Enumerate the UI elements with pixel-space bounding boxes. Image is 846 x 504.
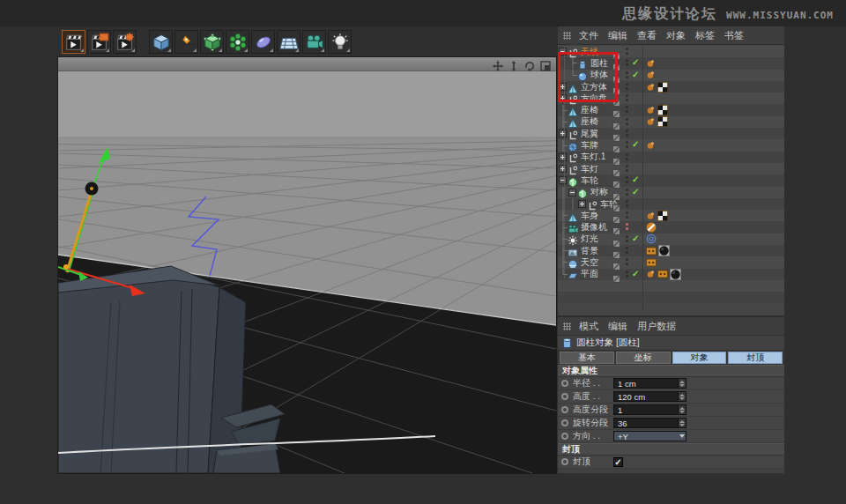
visibility-dots[interactable] bbox=[626, 211, 628, 219]
layer-toggle-icon[interactable] bbox=[612, 71, 620, 79]
animation-ring-icon[interactable] bbox=[561, 380, 568, 387]
stepper-arrows-icon[interactable] bbox=[678, 405, 686, 414]
object-row[interactable]: 座椅 bbox=[558, 116, 784, 128]
object-row[interactable]: 对称✓ bbox=[558, 187, 784, 198]
object-row[interactable]: 立方体 bbox=[558, 81, 784, 93]
layer-toggle-icon[interactable] bbox=[612, 165, 620, 173]
object-row[interactable]: 车牌✓ bbox=[558, 139, 784, 151]
visibility-dots[interactable] bbox=[626, 94, 628, 101]
viewport-toggle-view-icon[interactable] bbox=[540, 59, 551, 70]
object-row[interactable]: 背景 bbox=[558, 245, 784, 256]
enabled-check-icon[interactable]: ✓ bbox=[632, 139, 639, 149]
visibility-dots[interactable] bbox=[626, 189, 628, 196]
animation-ring-icon[interactable] bbox=[561, 458, 568, 465]
layer-toggle-icon[interactable] bbox=[612, 141, 620, 149]
layer-toggle-icon[interactable] bbox=[612, 130, 620, 137]
phong-tag-icon[interactable] bbox=[646, 140, 656, 151]
visibility-dots[interactable] bbox=[626, 106, 628, 113]
toolbar-spline-bean-icon[interactable] bbox=[251, 30, 275, 54]
visibility-dots[interactable] bbox=[626, 165, 628, 172]
enabled-check-icon[interactable]: ✓ bbox=[632, 269, 639, 278]
object-row[interactable]: 灯光✓ bbox=[558, 233, 784, 245]
expand-icon[interactable] bbox=[558, 128, 568, 139]
layer-toggle-icon[interactable] bbox=[612, 247, 620, 255]
drag-handle-icon[interactable] bbox=[563, 32, 571, 40]
enabled-check-icon[interactable]: ✓ bbox=[632, 70, 639, 79]
object-manager-menu-对象[interactable]: 对象 bbox=[666, 29, 686, 42]
layer-toggle-icon[interactable] bbox=[612, 211, 620, 219]
object-row[interactable]: 天线 bbox=[558, 46, 784, 57]
visibility-dots[interactable] bbox=[626, 71, 628, 78]
phong-tag-icon[interactable] bbox=[646, 70, 656, 80]
phong-tag-icon[interactable] bbox=[646, 105, 656, 115]
layer-toggle-icon[interactable] bbox=[612, 176, 620, 184]
layer-toggle-icon[interactable] bbox=[612, 48, 620, 56]
collapse-icon[interactable] bbox=[558, 46, 568, 57]
tab-对象[interactable]: 对象 bbox=[672, 352, 727, 364]
object-row[interactable]: 球体✓ bbox=[558, 70, 784, 81]
toolbar-camera-icon[interactable] bbox=[302, 30, 326, 54]
value-input[interactable]: 120 cm bbox=[613, 391, 686, 402]
visibility-dots[interactable] bbox=[626, 271, 628, 278]
phong-tag-icon[interactable] bbox=[646, 58, 656, 69]
texture-tag-icon[interactable] bbox=[646, 247, 657, 256]
object-row[interactable]: 圆柱✓ bbox=[558, 57, 784, 69]
viewport[interactable] bbox=[57, 56, 557, 474]
material-tag-icon[interactable] bbox=[670, 269, 681, 280]
checker-tag-icon[interactable] bbox=[657, 82, 668, 93]
layer-toggle-icon[interactable] bbox=[612, 83, 620, 91]
enabled-check-icon[interactable]: ✓ bbox=[632, 57, 639, 67]
visibility-dots[interactable] bbox=[626, 235, 628, 242]
toolbar-floor-environment-icon[interactable] bbox=[277, 30, 301, 54]
layer-toggle-icon[interactable] bbox=[612, 94, 620, 102]
expand-icon[interactable] bbox=[558, 152, 568, 163]
visibility-dots[interactable] bbox=[626, 83, 628, 90]
expand-icon[interactable] bbox=[577, 198, 587, 210]
layer-toggle-icon[interactable] bbox=[612, 106, 620, 114]
animation-ring-icon[interactable] bbox=[561, 393, 568, 400]
attribute-manager-menu-模式[interactable]: 模式 bbox=[579, 320, 598, 333]
toolbar-render-view-icon[interactable] bbox=[62, 30, 85, 54]
texture-tag-icon[interactable] bbox=[646, 258, 657, 267]
object-row[interactable]: 车身 bbox=[558, 210, 784, 221]
layer-toggle-icon[interactable] bbox=[612, 271, 620, 278]
layer-toggle-icon[interactable] bbox=[612, 189, 620, 196]
phong-tag-icon[interactable] bbox=[646, 116, 656, 127]
toolbar-deformers-flower-icon[interactable] bbox=[226, 30, 249, 54]
phong-tag-icon[interactable] bbox=[646, 269, 656, 279]
object-manager-menu-查看[interactable]: 查看 bbox=[637, 29, 657, 42]
animation-ring-icon[interactable] bbox=[561, 433, 568, 440]
visibility-dots[interactable] bbox=[626, 48, 628, 55]
stepper-arrows-icon[interactable] bbox=[678, 379, 686, 388]
value-input[interactable]: 36 bbox=[613, 418, 686, 428]
value-input[interactable]: 1 cm bbox=[613, 378, 686, 389]
section-header[interactable]: 对象属性 bbox=[558, 365, 784, 377]
enabled-check-icon[interactable]: ✓ bbox=[632, 187, 639, 196]
layer-toggle-icon[interactable] bbox=[612, 153, 620, 161]
object-row[interactable]: 车灯.1 bbox=[558, 152, 784, 163]
texture-tag-icon[interactable] bbox=[657, 270, 668, 278]
viewport-canvas[interactable] bbox=[58, 71, 556, 473]
toolbar-add-primitive-cube-icon[interactable] bbox=[149, 30, 173, 54]
layer-toggle-icon[interactable] bbox=[612, 200, 620, 208]
animation-ring-icon[interactable] bbox=[561, 406, 568, 413]
checker-tag-icon[interactable] bbox=[657, 105, 668, 115]
layer-toggle-icon[interactable] bbox=[612, 59, 620, 67]
object-row[interactable]: 车灯 bbox=[558, 163, 784, 174]
object-row[interactable]: 车轮✓ bbox=[558, 174, 784, 186]
visibility-dots[interactable] bbox=[626, 153, 628, 160]
visibility-dots[interactable] bbox=[626, 59, 628, 66]
tab-封顶[interactable]: 封顶 bbox=[728, 352, 783, 364]
attribute-manager-menu-用户数据[interactable]: 用户数据 bbox=[637, 320, 676, 333]
expand-icon[interactable] bbox=[558, 81, 568, 93]
visibility-dots[interactable] bbox=[626, 176, 628, 183]
target-tag-icon[interactable] bbox=[646, 233, 657, 244]
visibility-dots[interactable] bbox=[626, 247, 628, 254]
object-manager-menu-标签[interactable]: 标签 bbox=[695, 29, 715, 42]
viewport-dolly-icon[interactable] bbox=[508, 59, 519, 70]
section-header[interactable]: 封顶 bbox=[558, 443, 784, 456]
layer-toggle-icon[interactable] bbox=[612, 223, 620, 231]
phong-tag-icon[interactable] bbox=[646, 82, 656, 93]
object-row[interactable]: 座椅 bbox=[558, 104, 784, 115]
object-row[interactable]: 平面✓ bbox=[558, 269, 784, 280]
